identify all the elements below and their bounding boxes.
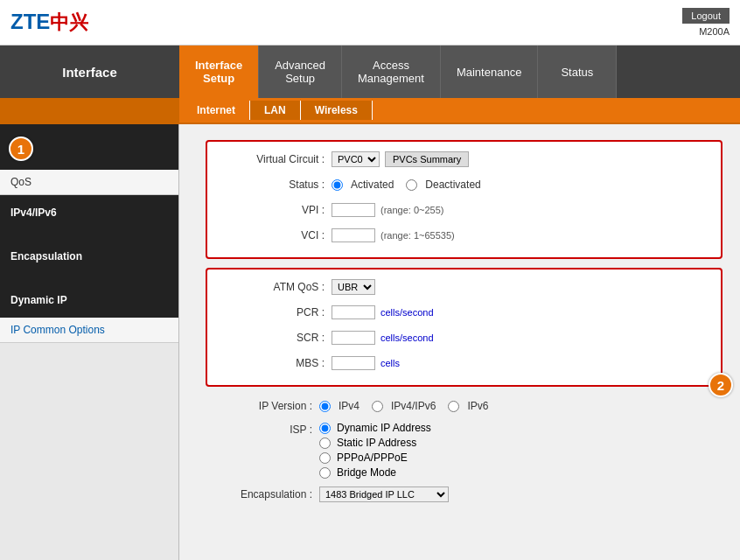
logo: ZTE中兴 (10, 10, 88, 36)
ipv4-label: IPv4 (339, 400, 360, 412)
pcr-label: PCR : (218, 306, 332, 318)
ipv4-section: IP Version : IPv4 IPv4/IPv6 IPv6 (206, 396, 723, 416)
ip-version-row: IP Version : IPv4 IPv4/IPv6 IPv6 (206, 396, 723, 416)
atm-qos-value: UBR CBR VBR (332, 279, 375, 295)
pcr-input[interactable]: 0 (332, 305, 375, 319)
ipv4-radio[interactable] (319, 401, 331, 412)
ipv4ipv6-label: IPv4/IPv6 (391, 400, 436, 412)
status-options: Activated Deactivated (332, 178, 481, 191)
isp-bridge-row: Bridge Mode (319, 466, 431, 479)
qos-section-box: ATM QoS : UBR CBR VBR PCR : 0 cells/seco… (206, 268, 723, 387)
atm-qos-select[interactable]: UBR CBR VBR (332, 279, 375, 295)
isp-dynamic-ip-radio[interactable] (319, 423, 331, 434)
isp-section: ISP : Dynamic IP Address Static IP Addre… (206, 422, 723, 479)
sidebar-dynamic-ip-header: Dynamic IP (0, 283, 178, 318)
scr-row: SCR : 0 cells/second (218, 327, 710, 348)
vpi-value-area: 1 (range: 0~255) (332, 203, 443, 217)
vci-row: VCI : 40 (range: 1~65535) (218, 225, 710, 246)
nav-bar: Interface InterfaceSetup AdvancedSetup A… (0, 46, 740, 98)
isp-dynamic-ip-row: Dynamic IP Address (319, 422, 431, 434)
tab-status[interactable]: Status (538, 46, 617, 98)
vci-range: (range: 1~65535) (380, 230, 455, 241)
vci-input[interactable]: 40 (332, 228, 375, 242)
content-area: Virtual Circuit : PVC0 PVC1 PVC2 PVCs Su… (179, 124, 740, 560)
vpi-range: (range: 0~255) (380, 205, 443, 215)
main-area: ATM 1 QoS IPv4/IPv6 Encapsulation Dynami… (0, 124, 740, 560)
vpi-label: VPI : (218, 204, 332, 216)
logo-zte: ZTE (10, 10, 50, 33)
mbs-value-area: 0 cells (332, 356, 400, 370)
sidebar-qos: QoS (0, 170, 178, 195)
virtual-circuit-select[interactable]: PVC0 PVC1 PVC2 (332, 151, 380, 167)
encapsulation-label: Encapsulation : (206, 488, 319, 500)
status-deactivated-label: Deactivated (425, 178, 480, 191)
status-activated-radio[interactable] (332, 179, 343, 191)
vci-value-area: 40 (range: 1~65535) (332, 228, 455, 242)
ip-version-label: IP Version : (206, 400, 319, 412)
header-right: Logout M200A (682, 8, 730, 38)
scr-label: SCR : (218, 332, 332, 344)
status-label: Status : (218, 178, 332, 191)
tab-maintenance[interactable]: Maintenance (441, 46, 538, 98)
sub-tab-wireless[interactable]: Wireless (301, 101, 373, 120)
sidebar: ATM 1 QoS IPv4/IPv6 Encapsulation Dynami… (0, 124, 179, 560)
isp-pppoa-row: PPPoA/PPPoE (319, 452, 431, 464)
ipv4ipv6-radio[interactable] (372, 401, 383, 412)
sub-tab-internet[interactable]: Internet (183, 101, 250, 120)
sidebar-ipv4ipv6-header: IPv4/IPv6 (0, 195, 178, 230)
model-label: M200A (699, 26, 730, 37)
encapsulation-row: Encapsulation : 1483 Bridged IP LLC 1483… (206, 484, 723, 505)
vci-label: VCI : (218, 229, 332, 242)
circle-1: 1 (9, 136, 33, 161)
status-row: Status : Activated Deactivated (218, 174, 710, 195)
status-deactivated-radio[interactable] (406, 179, 417, 191)
pcr-row: PCR : 0 cells/second (218, 302, 710, 323)
scr-value-area: 0 cells/second (332, 331, 434, 345)
isp-static-ip-radio[interactable] (319, 438, 331, 449)
ipv6-radio[interactable] (448, 401, 459, 412)
isp-bridge-radio[interactable] (319, 467, 331, 479)
tab-interface-setup[interactable]: InterfaceSetup (179, 46, 259, 98)
vpi-input[interactable]: 1 (332, 203, 375, 217)
sub-tab-lan[interactable]: LAN (250, 101, 301, 120)
atm-qos-row: ATM QoS : UBR CBR VBR (218, 276, 710, 298)
isp-dynamic-ip-label: Dynamic IP Address (337, 422, 431, 434)
atm-qos-label: ATM QoS : (218, 281, 332, 293)
isp-pppoa-radio[interactable] (319, 452, 331, 464)
isp-static-ip-row: Static IP Address (319, 437, 431, 449)
nav-tabs: InterfaceSetup AdvancedSetup AccessManag… (179, 46, 740, 98)
scr-unit: cells/second (380, 332, 434, 343)
sidebar-encapsulation-header: Encapsulation (0, 230, 178, 283)
encapsulation-value: 1483 Bridged IP LLC 1483 Bridged IP VC-M… (319, 486, 449, 502)
virtual-circuit-row: Virtual Circuit : PVC0 PVC1 PVC2 PVCs Su… (218, 149, 710, 170)
nav-sidebar-label: Interface (0, 46, 179, 98)
status-activated-label: Activated (351, 178, 394, 191)
ip-version-options: IPv4 IPv4/IPv6 IPv6 (319, 400, 488, 412)
isp-label: ISP : (206, 422, 319, 436)
sidebar-ip-common-options[interactable]: IP Common Options (0, 318, 178, 343)
mbs-unit: cells (380, 358, 400, 368)
pcr-unit: cells/second (380, 307, 434, 318)
sub-tabs: Internet LAN Wireless (179, 98, 373, 122)
circle-2: 2 (709, 373, 733, 397)
isp-bridge-label: Bridge Mode (337, 466, 396, 479)
logo-cn: 中兴 (50, 11, 88, 33)
mbs-input[interactable]: 0 (332, 356, 375, 370)
atm-section-box: Virtual Circuit : PVC0 PVC1 PVC2 PVCs Su… (206, 140, 723, 259)
isp-row: ISP : Dynamic IP Address Static IP Addre… (206, 422, 723, 479)
scr-input[interactable]: 0 (332, 331, 375, 345)
vpi-row: VPI : 1 (range: 0~255) (218, 200, 710, 220)
logout-button[interactable]: Logout (682, 8, 730, 24)
tab-advanced-setup[interactable]: AdvancedSetup (259, 46, 342, 98)
isp-static-ip-label: Static IP Address (337, 437, 416, 449)
mbs-label: MBS : (218, 357, 332, 369)
page-header: ZTE中兴 Logout M200A (0, 0, 740, 46)
virtual-circuit-value: PVC0 PVC1 PVC2 PVCs Summary (332, 151, 469, 167)
isp-pppoa-label: PPPoA/PPPoE (337, 452, 408, 464)
pvcs-summary-button[interactable]: PVCs Summary (385, 151, 469, 167)
virtual-circuit-label: Virtual Circuit : (218, 153, 332, 165)
isp-options: Dynamic IP Address Static IP Address PPP… (319, 422, 431, 479)
tab-access-management[interactable]: AccessManagement (342, 46, 441, 98)
encapsulation-select[interactable]: 1483 Bridged IP LLC 1483 Bridged IP VC-M… (319, 486, 449, 502)
mbs-row: MBS : 0 cells (218, 353, 710, 374)
